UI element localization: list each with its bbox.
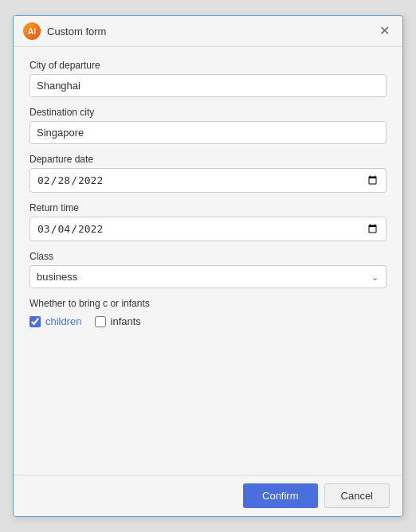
city-of-departure-label: City of departure [29, 60, 387, 71]
passengers-checkboxes: children infants [29, 315, 387, 327]
custom-form-dialog: AI Custom form ✕ City of departure Desti… [13, 15, 403, 517]
city-of-departure-input[interactable] [29, 74, 387, 97]
passengers-section: Whether to bring c or infants children i… [29, 298, 387, 327]
infants-checkbox-item[interactable]: infants [95, 315, 141, 327]
class-label: Class [29, 251, 387, 262]
city-of-departure-group: City of departure [29, 60, 387, 97]
departure-date-wrapper [29, 168, 387, 193]
infants-checkbox[interactable] [95, 316, 106, 327]
return-time-input[interactable] [29, 217, 387, 241]
return-time-label: Return time [29, 202, 387, 213]
children-label: children [45, 315, 82, 327]
children-checkbox[interactable] [29, 316, 41, 327]
destination-city-group: Destination city [29, 107, 387, 144]
children-checkbox-item[interactable]: children [29, 315, 82, 327]
cancel-button[interactable]: Cancel [324, 483, 390, 508]
class-select-wrapper: economy business first class ⌄ [29, 265, 387, 288]
destination-city-label: Destination city [29, 107, 387, 118]
departure-date-label: Departure date [29, 154, 387, 165]
ai-logo-icon: AI [23, 22, 41, 40]
confirm-button[interactable]: Confirm [243, 483, 318, 508]
close-button[interactable]: ✕ [376, 23, 393, 39]
dialog-header: AI Custom form ✕ [14, 16, 402, 47]
dialog-body: City of departure Destination city Depar… [14, 47, 402, 475]
return-time-group: Return time [29, 202, 387, 241]
passengers-label: Whether to bring c or infants [29, 298, 387, 309]
departure-date-input[interactable] [29, 168, 387, 193]
destination-city-input[interactable] [29, 121, 387, 144]
return-time-wrapper [29, 217, 387, 241]
departure-date-group: Departure date [29, 154, 387, 193]
infants-label: infants [111, 315, 141, 327]
class-select[interactable]: economy business first class [29, 265, 387, 288]
dialog-title: Custom form [47, 25, 376, 37]
class-group: Class economy business first class ⌄ [29, 251, 387, 288]
dialog-footer: Confirm Cancel [14, 475, 402, 516]
